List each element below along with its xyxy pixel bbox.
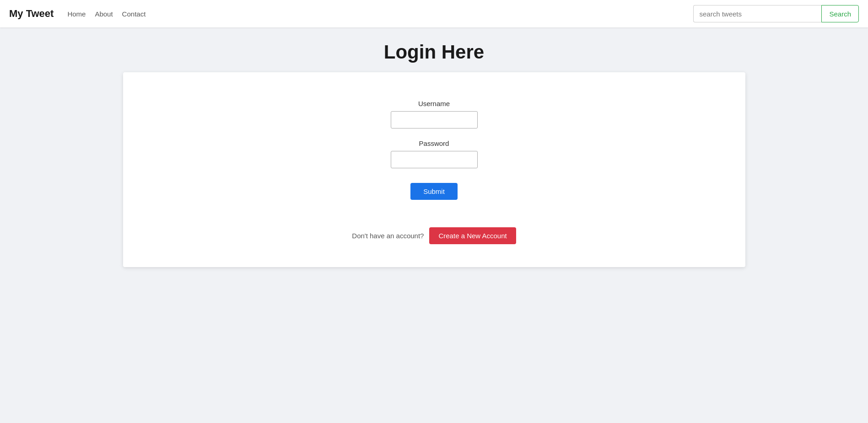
password-input[interactable] <box>391 151 478 168</box>
username-label: Username <box>418 100 450 107</box>
username-input[interactable] <box>391 111 478 129</box>
account-section: Don't have an account? Create a New Acco… <box>352 227 516 244</box>
nav-link-about[interactable]: About <box>95 10 113 18</box>
nav-link-contact[interactable]: Contact <box>122 10 146 18</box>
search-input[interactable] <box>693 5 821 22</box>
search-form: Search <box>693 5 859 22</box>
page-title: Login Here <box>384 41 484 63</box>
login-card: Username Password Submit Don't have an a… <box>123 72 745 267</box>
main-content: Login Here Username Password Submit Don'… <box>0 27 868 267</box>
search-button[interactable]: Search <box>821 5 859 22</box>
nav-links: Home About Contact <box>67 10 146 18</box>
navbar: My Tweet Home About Contact Search <box>0 0 868 27</box>
create-account-button[interactable]: Create a New Account <box>429 227 516 244</box>
password-label: Password <box>419 139 449 147</box>
password-group: Password <box>141 139 727 168</box>
navbar-brand[interactable]: My Tweet <box>9 8 54 20</box>
submit-button[interactable]: Submit <box>410 183 458 200</box>
username-group: Username <box>141 100 727 129</box>
account-prompt-text: Don't have an account? <box>352 232 424 240</box>
nav-link-home[interactable]: Home <box>67 10 86 18</box>
